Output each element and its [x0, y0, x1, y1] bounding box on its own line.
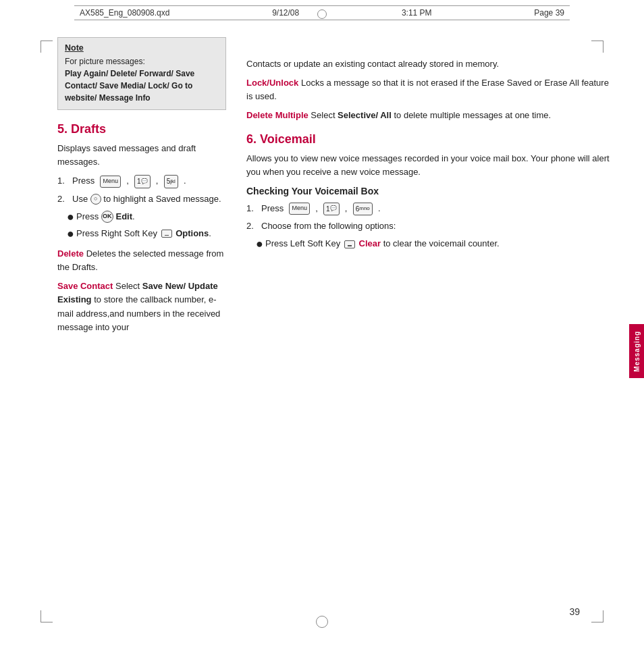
vm-step1: 1. Press Menu , 1💬 , 6mno .	[246, 202, 617, 215]
corner-tl	[41, 41, 53, 53]
vm-step2-num: 2.	[246, 219, 261, 233]
drafts-heading: 5. Drafts	[57, 122, 226, 136]
delete-paragraph: Delete Deletes the selected message from…	[57, 247, 226, 274]
content-area: Note For picture messages: Play Again/ D…	[57, 37, 617, 616]
vm-bullet-clear-text: Press Left Soft Key Clear to clear the v…	[265, 237, 500, 250]
header-date: 9/12/08	[272, 8, 299, 18]
save-contact-label: Save Contact	[57, 281, 113, 291]
left-column: Note For picture messages: Play Again/ D…	[57, 37, 240, 616]
voicemail-intro: Allows you to view new voice messages re…	[246, 152, 617, 179]
ok-icon: OK	[101, 211, 113, 223]
vm-step1-num: 1.	[246, 202, 261, 215]
vm-key-6: 6mno	[353, 203, 373, 216]
vm-step1-text: Press Menu , 1💬 , 6mno .	[261, 202, 381, 215]
corner-bl	[41, 610, 53, 622]
step2-num: 2.	[57, 192, 72, 206]
note-box: Note For picture messages: Play Again/ D…	[57, 37, 226, 110]
drafts-intro: Displays saved messages and draft messag…	[57, 142, 226, 169]
note-content: For picture messages: Play Again/ Delete…	[65, 55, 219, 104]
note-items: Play Again/ Delete/ Forward/ Save Contac…	[65, 69, 194, 103]
bottom-circle-decoration	[316, 616, 328, 628]
header-filename: AX585_Eng_080908.qxd	[80, 8, 169, 18]
note-intro: For picture messages:	[65, 57, 145, 66]
continuation-text: Contacts or update an existing contact a…	[246, 57, 617, 71]
delete-multiple-label: Delete Multiple	[246, 110, 308, 120]
delete-label: Delete	[57, 248, 84, 259]
bullet-dot-1: ●	[67, 211, 76, 223]
lock-unlock-paragraph: Lock/Unlock Locks a message so that it i…	[246, 76, 617, 103]
drafts-step1: 1. Press Menu , 1💬 , 5jkl .	[57, 174, 226, 188]
top-circle-decoration	[317, 9, 327, 19]
header-time: 3:11 PM	[402, 8, 432, 18]
voicemail-heading: 6. Voicemail	[246, 132, 617, 147]
right-column: Contacts or update an existing contact a…	[240, 37, 617, 616]
bullet-right-soft-key: ● Press Right Soft Key Options.	[67, 227, 226, 240]
vm-bullet-dot-1: ●	[256, 238, 265, 250]
step1-text: Press Menu , 1💬 , 5jkl .	[72, 174, 186, 188]
lock-unlock-label: Lock/Unlock	[246, 78, 298, 88]
page-container: AX585_Eng_080908.qxd 9/12/08 3:11 PM Pag…	[0, 0, 644, 663]
vm-step2-text: Choose from the following options:	[261, 219, 396, 233]
header-page: Page 39	[534, 8, 564, 18]
vm-menu-key: Menu	[289, 203, 310, 215]
bullet-ok-edit-text: Press OK Edit.	[76, 210, 135, 223]
side-tab-messaging: Messaging	[629, 324, 644, 378]
vm-step2: 2. Choose from the following options:	[246, 219, 617, 233]
right-soft-key-icon	[161, 230, 172, 238]
side-tab-label: Messaging	[633, 331, 641, 372]
menu-key-icon: Menu	[100, 176, 121, 188]
bullet-ok-edit: ● Press OK Edit.	[67, 210, 226, 223]
clear-label: Clear	[359, 238, 381, 248]
checking-subheading: Checking Your Voicemail Box	[246, 186, 617, 196]
step1-num: 1.	[57, 174, 72, 188]
step2-text: Use ○ to highlight a Saved message.	[72, 192, 221, 206]
key-1-icon: 1💬	[134, 175, 151, 188]
page-number: 39	[569, 606, 580, 617]
bullet-dot-2: ●	[67, 228, 76, 240]
key-5-icon: 5jkl	[164, 175, 178, 188]
lock-unlock-text: Locks a message so that it is not erased…	[246, 78, 609, 101]
vm-key-1: 1💬	[323, 203, 340, 216]
save-contact-paragraph: Save Contact Select Save New/ Update Exi…	[57, 280, 226, 334]
nav-icon: ○	[90, 194, 101, 205]
bullet-right-soft-key-text: Press Right Soft Key Options.	[76, 227, 211, 240]
vm-bullet-clear: ● Press Left Soft Key Clear to clear the…	[256, 237, 617, 250]
drafts-step2: 2. Use ○ to highlight a Saved message.	[57, 192, 226, 206]
left-soft-key-icon	[344, 240, 355, 248]
delete-multiple-paragraph: Delete Multiple Select Selective/ All to…	[246, 109, 617, 122]
note-title: Note	[65, 43, 219, 53]
